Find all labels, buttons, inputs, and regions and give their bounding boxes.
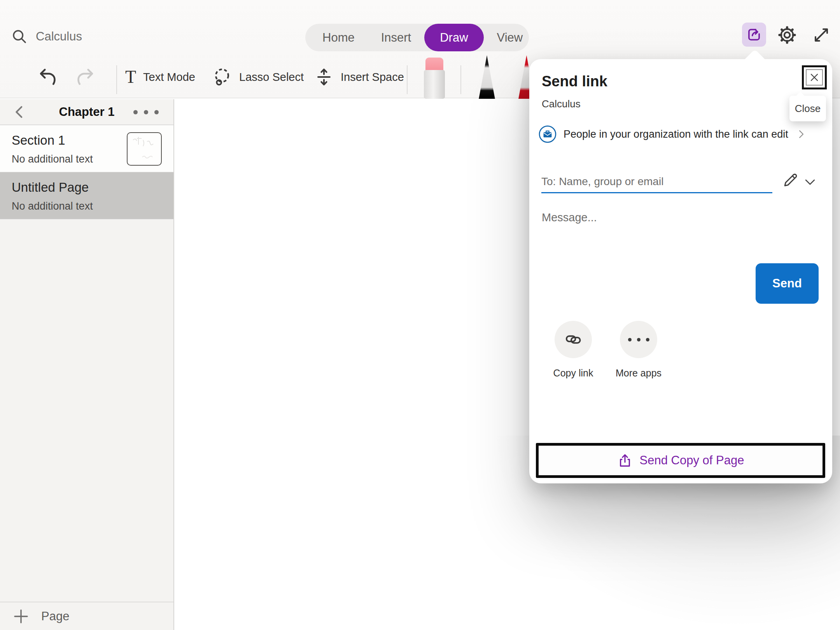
insert-space-button[interactable]: Insert Space	[314, 61, 404, 93]
fullscreen-button[interactable]	[811, 25, 831, 45]
send-link-dialog: Send link Calculus Close	[529, 59, 832, 483]
gear-icon	[777, 25, 797, 45]
undo-button[interactable]	[37, 61, 58, 93]
expand-icon	[812, 26, 831, 44]
send-copy-of-page-button[interactable]: Send Copy of Page	[536, 443, 825, 478]
black-pen-tool[interactable]	[477, 55, 497, 99]
lasso-icon	[212, 67, 232, 87]
share-up-icon	[617, 453, 633, 468]
text-mode-button[interactable]: T Text Mode	[125, 61, 195, 93]
message-input[interactable]	[542, 208, 775, 227]
redo-button[interactable]	[75, 61, 96, 93]
organization-briefcase-icon	[539, 125, 556, 143]
ribbon-tabs: Home Insert Draw View	[305, 24, 529, 51]
lasso-select-button[interactable]: Lasso Select	[212, 61, 304, 93]
insert-space-icon	[314, 67, 334, 87]
recipient-field-wrap	[541, 171, 772, 193]
settings-button[interactable]	[776, 24, 798, 46]
notebook-search[interactable]: Calculus	[11, 28, 82, 45]
toolbar-divider	[116, 65, 117, 94]
text-mode-icon: T	[125, 68, 136, 86]
more-apps-button[interactable]: More apps	[606, 321, 672, 379]
eraser-tool[interactable]	[424, 58, 445, 99]
recipient-input[interactable]	[541, 171, 772, 192]
redo-icon	[75, 66, 96, 88]
chevron-right-icon	[795, 128, 807, 140]
pencil-icon[interactable]	[781, 171, 799, 189]
list-item-section-1[interactable]: Section 1 No additional text	[0, 125, 173, 172]
add-page-button[interactable]: Page	[0, 602, 173, 630]
list-item-untitled-page[interactable]: Untitled Page No additional text	[0, 172, 173, 219]
sidebar-header: Chapter 1	[0, 99, 173, 125]
share-icon	[746, 26, 762, 43]
page-thumbnail	[127, 132, 162, 166]
link-permission-row[interactable]: People in your organization with the lin…	[539, 125, 807, 143]
more-options-icon[interactable]	[133, 110, 159, 114]
tab-insert[interactable]: Insert	[368, 24, 425, 51]
send-button[interactable]: Send	[756, 263, 819, 304]
page-list-sidebar: Chapter 1 Section 1 No additional text U…	[0, 99, 174, 630]
app-window: Calculus Home Insert Draw View	[0, 0, 840, 630]
chevron-down-icon[interactable]	[802, 174, 818, 190]
tab-home[interactable]: Home	[309, 24, 368, 51]
plus-icon	[12, 607, 30, 626]
back-button[interactable]	[12, 104, 28, 120]
search-icon	[11, 28, 28, 45]
dialog-title: Send link	[542, 73, 607, 90]
tab-view[interactable]: View	[484, 24, 536, 51]
close-tooltip: Close	[789, 96, 826, 121]
close-icon	[808, 72, 820, 83]
ellipsis-icon	[628, 338, 649, 341]
tab-draw[interactable]: Draw	[424, 24, 483, 51]
notebook-title: Calculus	[36, 30, 82, 44]
copy-link-button[interactable]: Copy link	[540, 321, 606, 379]
share-button[interactable]	[742, 23, 766, 47]
toolbar-divider	[407, 65, 408, 94]
message-field-wrap	[542, 208, 775, 227]
undo-icon	[37, 66, 58, 88]
toolbar-divider	[460, 65, 461, 94]
dialog-subtitle: Calculus	[542, 98, 581, 110]
link-icon	[565, 331, 582, 348]
close-button[interactable]	[802, 65, 827, 89]
